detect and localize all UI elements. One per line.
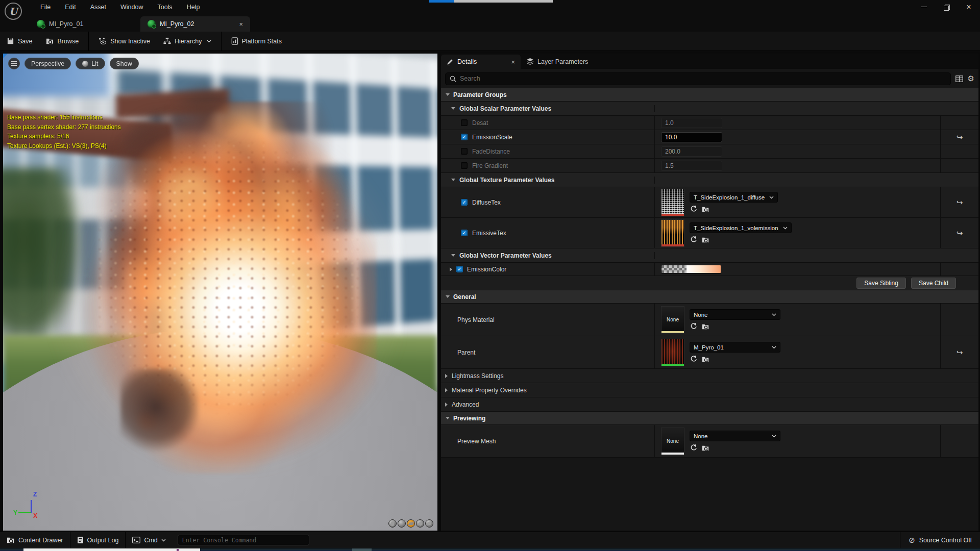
preview-viewport[interactable]: Perspective Lit Show Base pass shader: 1… — [3, 54, 437, 531]
output-log-button[interactable]: Output Log — [70, 532, 126, 548]
expand-arrow-icon[interactable] — [450, 267, 452, 271]
console-command-input[interactable] — [182, 537, 305, 544]
use-selected-asset-icon[interactable] — [690, 236, 697, 243]
asset-thumbnail[interactable]: None — [661, 306, 684, 334]
close-button[interactable]: × — [958, 0, 980, 14]
minimize-button[interactable] — [913, 0, 935, 14]
browse-folder-icon — [46, 37, 54, 45]
hierarchy-button[interactable]: Hierarchy — [157, 32, 218, 51]
console-command-box[interactable] — [178, 535, 309, 545]
stat-line: Base pass vertex shader: 277 instruction… — [7, 122, 121, 132]
content-drawer-button[interactable]: Content Drawer — [0, 532, 70, 548]
shape-cylinder-button[interactable] — [388, 519, 397, 528]
asset-dropdown[interactable]: None — [690, 309, 780, 320]
menu-asset[interactable]: Asset — [83, 1, 113, 13]
use-selected-asset-icon[interactable] — [690, 355, 697, 363]
section-previewing[interactable]: Previewing — [441, 412, 978, 425]
group-global-scalar[interactable]: Global Scalar Parameter Values — [441, 102, 978, 116]
override-checkbox[interactable] — [461, 119, 468, 126]
tab-close-icon[interactable]: × — [239, 20, 243, 28]
search-input[interactable] — [460, 75, 946, 82]
override-checkbox[interactable]: ✓ — [461, 199, 468, 206]
save-sibling-button[interactable]: Save Sibling — [856, 278, 906, 289]
asset-thumbnail[interactable] — [661, 339, 684, 366]
override-checkbox[interactable] — [461, 162, 468, 169]
asset-dropdown[interactable]: None — [690, 431, 780, 441]
browse-to-asset-icon[interactable] — [702, 323, 709, 330]
reset-to-default-icon[interactable]: ↩ — [957, 198, 963, 207]
section-lightmass-settings[interactable]: Lightmass Settings — [441, 369, 978, 383]
shape-sphere-button[interactable] — [398, 519, 406, 528]
menu-window[interactable]: Window — [113, 1, 150, 13]
tab-mi-pyro-01[interactable]: MI_Pyro_01 — [30, 16, 138, 32]
shape-teapot-button[interactable] — [425, 519, 433, 528]
search-box[interactable] — [445, 72, 951, 85]
section-material-property-overrides[interactable]: Material Property Overrides — [441, 383, 978, 397]
details-panel: Details × Layer Parameters ⚙ Parameter G… — [441, 54, 978, 531]
asset-dropdown[interactable]: T_SideExplosion_1_volemission — [690, 222, 792, 233]
restore-button[interactable] — [935, 0, 958, 14]
browse-to-asset-icon[interactable] — [702, 236, 709, 243]
reset-to-default-icon[interactable]: ↩ — [957, 348, 963, 357]
platform-stats-button[interactable]: Platform Stats — [225, 32, 289, 51]
lit-mode-button[interactable]: Lit — [76, 58, 105, 69]
use-selected-asset-icon[interactable] — [690, 205, 697, 213]
browse-to-asset-icon[interactable] — [702, 356, 709, 363]
asset-dropdown[interactable]: T_SideExplosion_1_diffuse — [690, 192, 778, 203]
section-advanced[interactable]: Advanced — [441, 397, 978, 412]
reset-to-default-icon[interactable]: ↩ — [957, 133, 963, 142]
override-checkbox[interactable]: ✓ — [456, 266, 463, 272]
value-input[interactable]: 10.0 — [661, 132, 722, 142]
tab-details[interactable]: Details × — [441, 55, 521, 69]
asset-dropdown[interactable]: M_Pyro_01 — [690, 342, 780, 353]
color-swatch[interactable] — [661, 265, 721, 273]
show-button[interactable]: Show — [110, 58, 139, 69]
reset-to-default-icon[interactable]: ↩ — [957, 229, 963, 238]
cmd-button[interactable]: Cmd — [126, 532, 172, 548]
section-general[interactable]: General — [441, 290, 978, 304]
menu-help[interactable]: Help — [180, 1, 207, 13]
param-row-firegradient: Fire Gradient 1.5 — [441, 159, 978, 173]
show-inactive-icon — [99, 37, 107, 45]
override-checkbox[interactable]: ✓ — [461, 134, 468, 140]
override-checkbox[interactable]: ✓ — [461, 230, 468, 236]
tab-close-icon[interactable]: × — [511, 58, 515, 66]
override-checkbox[interactable] — [461, 148, 468, 155]
save-child-button[interactable]: Save Child — [911, 278, 956, 289]
use-selected-asset-icon[interactable] — [690, 322, 697, 330]
save-button[interactable]: Save — [0, 32, 39, 51]
x-axis-label: X — [33, 512, 37, 519]
menu-tools[interactable]: Tools — [150, 1, 179, 13]
menu-file[interactable]: File — [33, 1, 58, 13]
expand-arrow-icon — [445, 374, 448, 378]
source-control-button[interactable]: ⊘ Source Control Off — [900, 532, 980, 548]
use-selected-asset-icon[interactable] — [690, 444, 697, 452]
group-global-texture[interactable]: Global Texture Parameter Values — [441, 173, 978, 187]
texture-thumbnail[interactable] — [661, 219, 684, 247]
tab-mi-pyro-02[interactable]: MI_Pyro_02 × — [140, 16, 250, 32]
shape-cube-button[interactable] — [416, 519, 424, 528]
param-row-emissioncolor: ✓ EmissionColor — [441, 263, 978, 276]
perspective-button[interactable]: Perspective — [24, 58, 71, 69]
param-row-fadedistance: FadeDistance 200.0 — [441, 144, 978, 159]
y-axis-line — [18, 512, 31, 513]
browse-to-asset-icon[interactable] — [702, 206, 709, 213]
asset-thumbnail[interactable]: None — [661, 428, 684, 455]
stat-line: Base pass shader: 155 instructions — [7, 113, 121, 122]
value-input[interactable]: 200.0 — [661, 146, 722, 157]
value-input[interactable]: 1.5 — [661, 161, 722, 171]
section-parameter-groups[interactable]: Parameter Groups — [441, 88, 978, 102]
show-inactive-button[interactable]: Show Inactive — [92, 32, 157, 51]
shape-plane-button[interactable] — [407, 519, 415, 528]
settings-gear-icon[interactable]: ⚙ — [968, 74, 974, 83]
browse-button[interactable]: Browse — [39, 32, 86, 51]
browse-to-asset-icon[interactable] — [702, 444, 709, 452]
tab-layer-parameters[interactable]: Layer Parameters — [521, 55, 594, 69]
group-global-vector[interactable]: Global Vector Parameter Values — [441, 248, 978, 263]
display-grid-icon[interactable] — [955, 76, 963, 82]
viewport-menu-button[interactable] — [8, 58, 20, 69]
texture-thumbnail[interactable] — [661, 189, 684, 216]
value-input[interactable]: 1.0 — [661, 118, 722, 128]
z-axis-line — [31, 500, 32, 513]
menu-edit[interactable]: Edit — [58, 1, 83, 13]
